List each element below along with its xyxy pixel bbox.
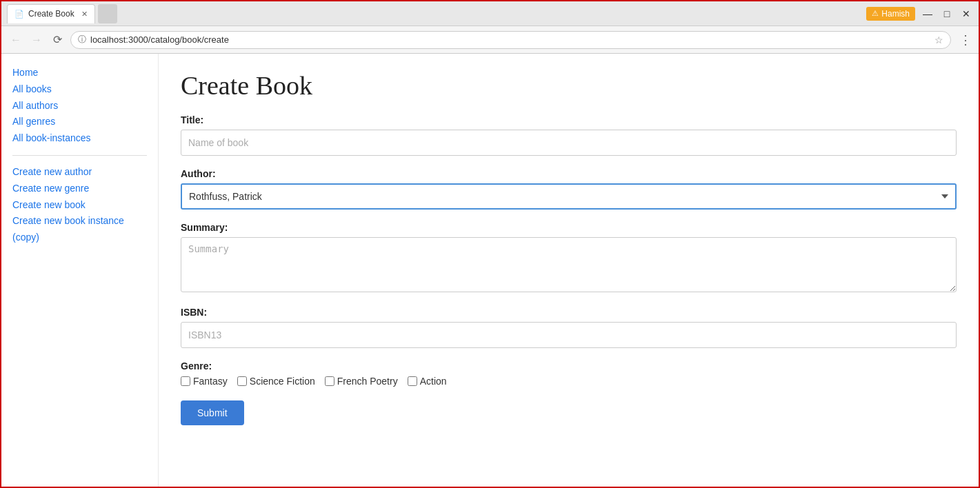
isbn-input[interactable] bbox=[181, 322, 957, 348]
page-content: Home All books All authors All genres Al… bbox=[1, 54, 979, 487]
genre-label-fantasy: Fantasy bbox=[193, 376, 228, 387]
forward-button[interactable]: → bbox=[29, 34, 44, 46]
main-content: Create Book Title: Author: Rothfuss, Pat… bbox=[159, 54, 979, 487]
title-input[interactable] bbox=[181, 130, 957, 156]
sidebar-item-all-authors[interactable]: All authors bbox=[12, 98, 147, 114]
sidebar-divider bbox=[12, 155, 147, 156]
genre-label-action: Action bbox=[420, 376, 447, 387]
genre-label-scifi: Science Fiction bbox=[250, 376, 315, 387]
bookmark-icon[interactable]: ☆ bbox=[934, 34, 943, 45]
back-button[interactable]: ← bbox=[8, 34, 23, 46]
summary-input[interactable] bbox=[181, 237, 957, 292]
sidebar-item-home[interactable]: Home bbox=[12, 65, 147, 81]
sidebar-item-all-books[interactable]: All books bbox=[12, 81, 147, 98]
sidebar-item-create-author[interactable]: Create new author bbox=[12, 164, 147, 181]
genre-item-fantasy[interactable]: Fantasy bbox=[181, 376, 228, 387]
genre-label-french-poetry: French Poetry bbox=[337, 376, 398, 387]
page-title: Create Book bbox=[181, 70, 957, 101]
sidebar: Home All books All authors All genres Al… bbox=[1, 54, 159, 487]
browser-window: 📄 Create Book ✕ Hamish — □ ✕ ← → ⟳ ⓘ loc… bbox=[0, 0, 980, 488]
isbn-field-group: ISBN: bbox=[181, 307, 957, 348]
title-field-group: Title: bbox=[181, 114, 957, 156]
isbn-label: ISBN: bbox=[181, 307, 957, 318]
browser-menu-button[interactable]: ⋮ bbox=[959, 32, 972, 48]
genre-checkboxes: Fantasy Science Fiction French Poetry Ac… bbox=[181, 376, 957, 387]
window-controls: Hamish — □ ✕ bbox=[866, 7, 973, 21]
title-bar: 📄 Create Book ✕ Hamish — □ ✕ bbox=[1, 1, 979, 26]
sidebar-item-all-genres[interactable]: All genres bbox=[12, 114, 147, 130]
author-field-group: Author: Rothfuss, Patrick Tolkien, J.R.R… bbox=[181, 168, 957, 210]
author-label: Author: bbox=[181, 168, 957, 179]
genre-checkbox-scifi[interactable] bbox=[237, 376, 247, 386]
author-select[interactable]: Rothfuss, Patrick Tolkien, J.R.R. Martin… bbox=[181, 183, 957, 210]
refresh-button[interactable]: ⟳ bbox=[50, 33, 65, 46]
tab-title: Create Book bbox=[28, 9, 74, 19]
sidebar-item-all-bookinstances[interactable]: All book-instances bbox=[12, 130, 147, 147]
submit-button[interactable]: Submit bbox=[181, 400, 244, 425]
genre-item-french-poetry[interactable]: French Poetry bbox=[325, 376, 398, 387]
summary-label: Summary: bbox=[181, 222, 957, 233]
sidebar-item-create-bookinstance[interactable]: Create new book instance (copy) bbox=[12, 213, 147, 246]
genre-checkbox-french-poetry[interactable] bbox=[325, 376, 334, 386]
sidebar-item-create-genre[interactable]: Create new genre bbox=[12, 181, 147, 197]
title-label: Title: bbox=[181, 114, 957, 125]
tab-close-button[interactable]: ✕ bbox=[81, 10, 88, 19]
tab-page-icon: 📄 bbox=[14, 10, 24, 19]
new-tab-button[interactable] bbox=[98, 4, 117, 23]
genre-checkbox-action[interactable] bbox=[408, 376, 417, 386]
genre-label: Genre: bbox=[181, 360, 957, 372]
url-bar[interactable]: ⓘ localhost:3000/catalog/book/create ☆ bbox=[70, 31, 951, 49]
secure-icon: ⓘ bbox=[78, 34, 86, 45]
genre-item-scifi[interactable]: Science Fiction bbox=[237, 376, 315, 387]
active-tab[interactable]: 📄 Create Book ✕ bbox=[7, 4, 95, 23]
summary-field-group: Summary: bbox=[181, 222, 957, 294]
sidebar-item-create-book[interactable]: Create new book bbox=[12, 197, 147, 214]
minimize-button[interactable]: — bbox=[921, 8, 934, 19]
genre-item-action[interactable]: Action bbox=[408, 376, 447, 387]
close-button[interactable]: ✕ bbox=[959, 8, 973, 19]
user-name: Hamish bbox=[881, 9, 910, 19]
maximize-button[interactable]: □ bbox=[940, 8, 954, 19]
url-text: localhost:3000/catalog/book/create bbox=[90, 34, 930, 45]
genre-checkbox-fantasy[interactable] bbox=[181, 376, 190, 386]
genre-field-group: Genre: Fantasy Science Fiction French Po… bbox=[181, 360, 957, 387]
user-badge: Hamish bbox=[866, 7, 915, 21]
address-bar: ← → ⟳ ⓘ localhost:3000/catalog/book/crea… bbox=[1, 26, 979, 54]
tab-bar: 📄 Create Book ✕ bbox=[7, 4, 866, 23]
